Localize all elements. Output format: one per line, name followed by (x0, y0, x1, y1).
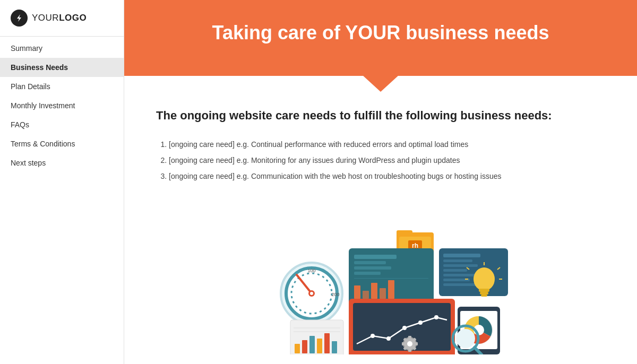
svg-rect-69 (402, 342, 404, 345)
svg-rect-11 (354, 278, 428, 279)
logo-text: YOURLOGO (32, 13, 87, 23)
logo-icon (11, 10, 28, 27)
sidebar-item-next-steps[interactable]: Next steps (0, 153, 124, 172)
svg-rect-13 (363, 291, 369, 299)
svg-rect-2 (397, 230, 412, 236)
svg-point-30 (310, 292, 313, 295)
illustration-area: rh (124, 206, 637, 364)
hero-title: Taking care of YOUR business needs (156, 21, 605, 44)
hero-chevron (362, 75, 399, 92)
svg-rect-19 (443, 259, 472, 262)
list-item: [ongoing care need] e.g. Monitoring for … (169, 153, 605, 168)
sidebar-item-summary[interactable]: Summary (0, 39, 124, 58)
svg-rect-10 (354, 272, 381, 275)
svg-point-35 (371, 334, 375, 338)
svg-rect-18 (443, 254, 480, 257)
svg-rect-8 (354, 261, 386, 264)
main-content: Taking care of YOUR business needs The o… (124, 0, 637, 364)
svg-rect-54 (481, 294, 487, 297)
svg-text:rh: rh (412, 242, 418, 249)
logo-bold: LOGO (59, 13, 87, 23)
business-illustration: rh (248, 216, 513, 354)
business-needs-list: [ongoing care need] e.g. Continual perfo… (169, 137, 605, 184)
svg-rect-68 (408, 349, 411, 352)
sidebar-nav: Summary Business Needs Plan Details Mont… (0, 39, 124, 172)
sidebar-item-business-needs[interactable]: Business Needs (0, 58, 124, 77)
svg-point-51 (474, 267, 495, 291)
svg-point-37 (402, 326, 407, 330)
svg-rect-46 (317, 339, 322, 353)
svg-rect-16 (388, 280, 394, 299)
svg-rect-7 (354, 255, 397, 259)
svg-point-38 (418, 320, 423, 325)
sidebar-item-terms-conditions[interactable]: Terms & Conditions (0, 134, 124, 153)
svg-rect-14 (371, 283, 377, 299)
svg-marker-0 (17, 14, 21, 22)
svg-point-36 (386, 336, 391, 341)
svg-rect-22 (443, 274, 475, 276)
content-area: The ongoing website care needs to fulfil… (124, 76, 637, 206)
content-heading: The ongoing website care needs to fulfil… (156, 108, 605, 124)
svg-rect-70 (415, 342, 418, 345)
svg-rect-9 (354, 266, 391, 270)
list-item: [ongoing care need] e.g. Continual perfo… (169, 137, 605, 152)
hero-banner: Taking care of YOUR business needs (124, 0, 637, 76)
svg-point-76 (456, 329, 475, 348)
svg-rect-53 (480, 292, 488, 294)
svg-text:100: 100 (307, 268, 315, 273)
svg-rect-67 (408, 336, 411, 339)
logo-area: YOURLOGO (0, 0, 124, 36)
svg-rect-12 (354, 285, 360, 299)
sidebar: YOURLOGO Summary Business Needs Plan Det… (0, 0, 124, 364)
logo-your: YOUR (32, 13, 59, 23)
svg-point-66 (407, 341, 412, 346)
svg-point-39 (434, 315, 438, 319)
svg-rect-20 (443, 264, 478, 267)
svg-rect-15 (380, 288, 386, 299)
nav-divider (0, 36, 124, 37)
sidebar-item-faqs[interactable]: FAQs (0, 115, 124, 134)
svg-rect-45 (309, 336, 315, 353)
svg-text:200: 200 (331, 292, 339, 297)
sidebar-item-monthly-investment[interactable]: Monthly Investment (0, 96, 124, 115)
svg-rect-44 (302, 340, 307, 353)
svg-rect-47 (324, 333, 330, 353)
list-item: [ongoing care need] e.g. Communication w… (169, 169, 605, 184)
sidebar-item-plan-details[interactable]: Plan Details (0, 77, 124, 96)
svg-rect-52 (479, 289, 489, 292)
svg-rect-48 (332, 341, 337, 353)
svg-rect-21 (443, 269, 467, 272)
svg-rect-43 (295, 344, 300, 353)
